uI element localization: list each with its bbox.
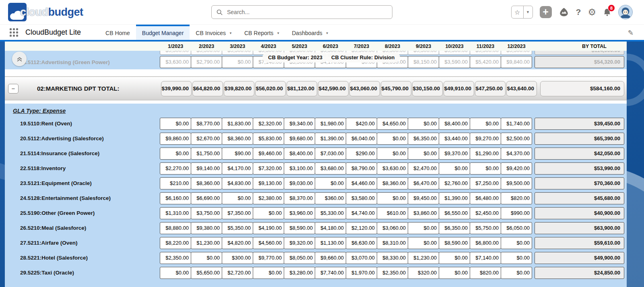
budget-cell[interactable]: $9,770.00 xyxy=(253,252,284,264)
budget-cell[interactable]: $3,860.00 xyxy=(408,207,439,219)
budget-cell[interactable]: $5,750.00 xyxy=(470,222,501,234)
budget-cell[interactable]: $9,130.00 xyxy=(253,177,284,189)
budget-cell[interactable]: $5,330.00 xyxy=(315,207,346,219)
tab-cb-reports[interactable]: CB Reports▼ xyxy=(238,25,286,40)
budget-cell[interactable]: $1,970.00 xyxy=(346,267,377,279)
budget-cell[interactable]: $320.00 xyxy=(408,267,439,279)
edit-pencil-icon[interactable]: ✎ xyxy=(628,29,634,37)
budget-cell[interactable]: $2,350.00 xyxy=(377,267,408,279)
budget-cell[interactable]: $6,630.00 xyxy=(346,237,377,249)
help-icon[interactable]: ? xyxy=(576,7,581,17)
budget-cell[interactable]: $8,360.00 xyxy=(377,177,408,189)
budget-cell[interactable]: $1,980.00 xyxy=(315,118,346,130)
budget-cell[interactable]: $3,280.00 xyxy=(284,267,315,279)
user-avatar[interactable] xyxy=(618,5,633,19)
budget-cell[interactable]: $7,320.00 xyxy=(253,162,284,175)
budget-cell[interactable]: $6,040.00 xyxy=(346,133,377,145)
budget-cell[interactable]: $6,480.00 xyxy=(470,192,501,204)
budget-cell[interactable]: $2,470.00 xyxy=(408,162,439,175)
budget-cell[interactable]: $1,390.00 xyxy=(439,192,470,204)
budget-cell[interactable]: $2,320.00 xyxy=(253,118,284,130)
budget-cell[interactable]: $6,470.00 xyxy=(408,177,439,189)
budget-cell[interactable]: $820.00 xyxy=(501,192,532,204)
budget-cell[interactable]: $2,720.00 xyxy=(222,267,253,279)
budget-cell[interactable]: $4,180.00 xyxy=(315,222,346,234)
budget-cell[interactable]: $0.00 xyxy=(377,192,408,204)
budget-cell[interactable]: $6,800.00 xyxy=(470,237,501,249)
app-launcher-icon[interactable] xyxy=(10,28,18,37)
budget-cell[interactable]: $3,680.00 xyxy=(315,162,346,175)
budget-cell[interactable]: $8,400.00 xyxy=(439,118,470,130)
budget-cell[interactable]: $3,070.00 xyxy=(346,252,377,264)
budget-cell[interactable]: $6,690.00 xyxy=(191,192,222,204)
budget-cell[interactable]: $0.00 xyxy=(408,222,439,234)
budget-cell[interactable]: $210.00 xyxy=(160,177,191,189)
budget-cell[interactable]: $4,170.00 xyxy=(222,162,253,175)
budget-cell[interactable]: $8,220.00 xyxy=(160,237,191,249)
budget-cell[interactable]: $9,370.00 xyxy=(439,148,470,160)
budget-cell[interactable]: $1,310.00 xyxy=(160,207,191,219)
budget-cell[interactable]: $1,740.00 xyxy=(501,118,532,130)
budget-cell[interactable]: $0.00 xyxy=(408,237,439,249)
budget-cell[interactable]: $0.00 xyxy=(501,252,532,264)
budget-cell[interactable]: $0.00 xyxy=(160,267,191,279)
budget-cell[interactable]: $9,450.00 xyxy=(408,192,439,204)
budget-cell[interactable]: $0.00 xyxy=(501,267,532,279)
global-search[interactable] xyxy=(211,5,392,19)
budget-cell[interactable]: $6,550.00 xyxy=(439,207,470,219)
budget-cell[interactable]: $9,340.00 xyxy=(284,118,315,130)
budget-cell[interactable]: $5,830.00 xyxy=(253,133,284,145)
budget-cell[interactable]: $3,060.00 xyxy=(377,222,408,234)
budget-cell[interactable]: $7,740.00 xyxy=(315,267,346,279)
budget-cell[interactable]: $0.00 xyxy=(222,192,253,204)
budget-cell[interactable]: $1,750.00 xyxy=(191,148,222,160)
budget-cell[interactable]: $9,460.00 xyxy=(253,148,284,160)
budget-cell[interactable]: $9,660.00 xyxy=(315,252,346,264)
budget-cell[interactable]: $0.00 xyxy=(408,118,439,130)
quick-add-button[interactable]: + xyxy=(540,6,552,18)
budget-cell[interactable]: $9,860.00 xyxy=(160,133,191,145)
budget-cell[interactable]: $420.00 xyxy=(346,118,377,130)
budget-cell[interactable]: $6,350.00 xyxy=(408,133,439,145)
budget-cell[interactable]: $9,030.00 xyxy=(284,177,315,189)
scroll-to-top-button[interactable] xyxy=(12,52,27,66)
budget-cell[interactable]: $8,790.00 xyxy=(346,162,377,175)
budget-cell[interactable]: $8,880.00 xyxy=(160,222,191,234)
budget-cell[interactable]: $3,580.00 xyxy=(346,192,377,204)
tab-budget-manager[interactable]: Budget Manager xyxy=(136,25,190,40)
budget-cell[interactable]: $3,750.00 xyxy=(191,207,222,219)
budget-cell[interactable]: $1,130.00 xyxy=(315,237,346,249)
budget-cell[interactable]: $0.00 xyxy=(439,252,470,264)
budget-cell[interactable]: $0.00 xyxy=(501,237,532,249)
budget-cell[interactable]: $1,390.00 xyxy=(315,133,346,145)
collapse-department-button[interactable]: − xyxy=(8,84,19,94)
favorites-star-icon[interactable]: ☆ xyxy=(512,6,524,18)
budget-cell[interactable]: $0.00 xyxy=(470,118,501,130)
budget-cell[interactable]: $0.00 xyxy=(377,148,408,160)
budget-cell[interactable]: $8,590.00 xyxy=(439,237,470,249)
budget-cell[interactable]: $0.00 xyxy=(253,267,284,279)
budget-cell[interactable]: $610.00 xyxy=(377,207,408,219)
budget-cell[interactable]: $9,500.00 xyxy=(501,177,532,189)
budget-cell[interactable]: $9,680.00 xyxy=(284,133,315,145)
budget-cell[interactable]: $7,250.00 xyxy=(470,177,501,189)
budget-cell[interactable]: $8,370.00 xyxy=(284,192,315,204)
budget-cell[interactable]: $0.00 xyxy=(253,207,284,219)
budget-cell[interactable]: $4,650.00 xyxy=(377,118,408,130)
budget-cell[interactable]: $2,350.00 xyxy=(160,252,191,264)
budget-cell[interactable]: $0.00 xyxy=(377,133,408,145)
budget-cell[interactable]: $1,830.00 xyxy=(222,118,253,130)
budget-cell[interactable]: $8,770.00 xyxy=(191,118,222,130)
budget-cell[interactable]: $2,500.00 xyxy=(501,133,532,145)
budget-cell[interactable]: $3,440.00 xyxy=(439,133,470,145)
budget-cell[interactable]: $5,350.00 xyxy=(222,222,253,234)
budget-cell[interactable]: $0.00 xyxy=(160,118,191,130)
budget-cell[interactable]: $1,230.00 xyxy=(408,252,439,264)
budget-cell[interactable]: $6,160.00 xyxy=(160,192,191,204)
budget-cell[interactable]: $3,100.00 xyxy=(284,162,315,175)
budget-cell[interactable]: $7,030.00 xyxy=(315,148,346,160)
search-input[interactable] xyxy=(226,8,387,16)
budget-cell[interactable]: $9,380.00 xyxy=(191,222,222,234)
budget-year-pill[interactable]: CB Budget Year: 2023 xyxy=(262,52,328,62)
budget-cell[interactable]: $8,360.00 xyxy=(191,177,222,189)
